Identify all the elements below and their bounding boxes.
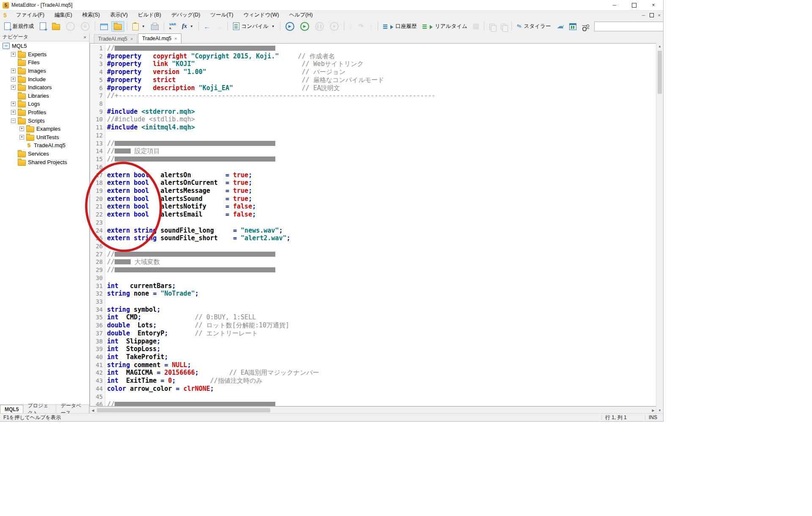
stop-stream-button bbox=[471, 22, 481, 31]
expand-icon[interactable]: + bbox=[11, 85, 16, 90]
scroll-down-icon[interactable]: ▼ bbox=[658, 407, 661, 414]
tree-item-label: Indicators bbox=[28, 84, 52, 91]
menu-item[interactable]: 編集(E) bbox=[49, 11, 77, 19]
print-button[interactable] bbox=[148, 21, 161, 32]
tab-close-icon[interactable]: × bbox=[174, 36, 177, 41]
menu-item[interactable]: 検索(S) bbox=[77, 11, 105, 19]
toggle-toolbox-button[interactable] bbox=[111, 21, 124, 32]
document-tab[interactable]: TradeAI.mq5× bbox=[94, 34, 137, 43]
realtime-label: リアルタイム bbox=[435, 23, 467, 30]
tab-close-icon[interactable]: × bbox=[130, 36, 133, 41]
maximize-button[interactable] bbox=[624, 0, 644, 10]
step-into-icon: ↓ bbox=[349, 23, 353, 30]
compile-button[interactable]: コンパイル ▼ bbox=[230, 21, 277, 32]
tree-item-unittests[interactable]: +UnitTests bbox=[0, 133, 89, 142]
run-button[interactable]: ▶ bbox=[298, 20, 312, 33]
close-button[interactable]: × bbox=[644, 0, 663, 10]
square-icon bbox=[473, 24, 479, 29]
tree-item-scripts[interactable]: −Scripts bbox=[0, 116, 89, 125]
tree-item-tradeai-mq5[interactable]: 5TradeAI.mq5 bbox=[0, 141, 89, 150]
save-all-button: ⇊ bbox=[78, 20, 92, 33]
menu-item[interactable]: ツール(T) bbox=[206, 11, 239, 19]
expand-icon[interactable]: + bbox=[11, 102, 16, 106]
new-file-icon bbox=[4, 22, 11, 30]
scroll-up-icon[interactable]: ▲ bbox=[658, 43, 661, 49]
collapse-icon[interactable]: − bbox=[11, 118, 16, 123]
panel-icon bbox=[100, 24, 108, 30]
menu-item[interactable]: ファイル(F) bbox=[11, 11, 49, 19]
expand-icon[interactable]: + bbox=[11, 52, 16, 57]
realtime-arrow-icon bbox=[430, 25, 433, 29]
tree-item-examples[interactable]: +Examples bbox=[0, 125, 89, 133]
new-document-button[interactable] bbox=[37, 21, 49, 32]
scroll-right-icon[interactable]: ▶ bbox=[650, 409, 656, 412]
comment-divider-bar bbox=[115, 402, 275, 406]
tree-item-include[interactable]: +Include bbox=[0, 75, 89, 83]
line-number: 9 bbox=[90, 108, 105, 116]
code-line: 21extern bool alertsNotify = false; bbox=[90, 203, 656, 211]
function-list-button[interactable]: fx▼ bbox=[179, 21, 196, 31]
mdi-minimize-button[interactable]: ─ bbox=[642, 13, 645, 18]
tree-item-shared-projects[interactable]: Shared Projects bbox=[0, 158, 89, 166]
tree-item-images[interactable]: +Images bbox=[0, 67, 89, 75]
comment-divider-bar bbox=[115, 141, 275, 146]
navigator-tab-プロジェクト[interactable]: プロジェクト bbox=[23, 405, 56, 414]
mdi-restore-button[interactable] bbox=[650, 13, 654, 17]
vertical-scrollbar[interactable]: ▲ ▼ bbox=[656, 43, 663, 414]
scroll-left-icon[interactable]: ◀ bbox=[90, 409, 96, 412]
expand-icon[interactable]: + bbox=[11, 69, 16, 73]
menu-item[interactable]: デバッグ(D) bbox=[166, 11, 206, 19]
expand-icon[interactable]: + bbox=[11, 110, 16, 115]
new-file-button[interactable]: 新規作成 bbox=[2, 21, 36, 32]
tree-item-files[interactable]: Files bbox=[0, 58, 89, 67]
tree-item-logs[interactable]: +Logs bbox=[0, 100, 89, 108]
comment-divider-bar bbox=[115, 148, 131, 154]
debug-start-button[interactable]: ▶ bbox=[283, 20, 297, 33]
realtime-button[interactable]: リアルタイム bbox=[420, 21, 470, 32]
navigator-tab-データベース[interactable]: データベース bbox=[56, 405, 89, 414]
market-button[interactable] bbox=[567, 21, 579, 32]
navigate-back-button[interactable]: ← bbox=[201, 21, 213, 32]
mdi-close-button[interactable]: × bbox=[658, 13, 661, 18]
search-options-button[interactable] bbox=[580, 21, 592, 32]
tree-item-indicators[interactable]: +Indicators bbox=[0, 83, 89, 92]
tree-item-mql5[interactable]: ‹›MQL5 bbox=[0, 42, 89, 50]
vertical-scroll-thumb[interactable] bbox=[658, 51, 662, 94]
open-folder-button[interactable] bbox=[49, 21, 63, 32]
navigator-tab-mql5[interactable]: MQL5 bbox=[0, 405, 23, 414]
horizontal-scroll-thumb[interactable] bbox=[97, 408, 270, 412]
line-number: 32 bbox=[90, 290, 105, 298]
menu-item[interactable]: ウィンドウ(W) bbox=[239, 11, 284, 19]
comment-divider-bar bbox=[115, 156, 275, 162]
search-input[interactable] bbox=[596, 22, 664, 30]
paste-button[interactable]: ▼ bbox=[130, 21, 148, 32]
menu-item[interactable]: ヘルプ(H) bbox=[284, 11, 318, 19]
menu-item[interactable]: 表示(V) bbox=[105, 11, 133, 19]
code-line: 36double Lots; // ロット数[分解能:10万通貨] bbox=[90, 321, 656, 329]
navigator-close-icon[interactable]: × bbox=[82, 35, 88, 40]
navigator-header: ナビゲータ × bbox=[0, 33, 89, 41]
step-out-icon: ↑ bbox=[370, 23, 373, 30]
horizontal-scrollbar[interactable]: ◀ ▶ bbox=[90, 406, 656, 414]
styler-button[interactable]: ✎ スタイラー bbox=[514, 21, 553, 32]
tree-item-libraries[interactable]: Libraries bbox=[0, 92, 89, 100]
expand-icon[interactable]: + bbox=[19, 135, 24, 140]
account-history-button[interactable]: 口座履歴 bbox=[381, 21, 419, 32]
menu-item[interactable]: ビルド(B) bbox=[133, 11, 166, 19]
code-editor[interactable]: 1//2#property copyright "Copyright 2015,… bbox=[90, 43, 656, 406]
toggle-navigator-button[interactable] bbox=[98, 21, 110, 32]
tree-item-services[interactable]: Services bbox=[0, 150, 89, 158]
variables-button[interactable]: VARa bbox=[167, 21, 178, 32]
code-line: 19extern bool alertsMessage = true; bbox=[90, 187, 656, 195]
code-line: 17extern bool alertsOn = true; bbox=[90, 171, 656, 179]
editor-area: TradeAI.mq5×TradeAI.mq5× 1//2#property c… bbox=[90, 33, 663, 414]
tree-item-profiles[interactable]: +Profiles bbox=[0, 108, 89, 117]
expand-icon[interactable]: + bbox=[11, 77, 16, 82]
cloud-sync-button[interactable]: ☁ bbox=[554, 21, 566, 31]
expand-icon[interactable]: + bbox=[19, 126, 24, 131]
folder-icon bbox=[18, 60, 26, 66]
save-icon: ↓ bbox=[66, 22, 75, 31]
document-tab-active[interactable]: TradeAI.mq5× bbox=[138, 33, 181, 43]
tree-item-experts[interactable]: +Experts bbox=[0, 50, 89, 59]
minimize-button[interactable]: ─ bbox=[605, 0, 624, 10]
